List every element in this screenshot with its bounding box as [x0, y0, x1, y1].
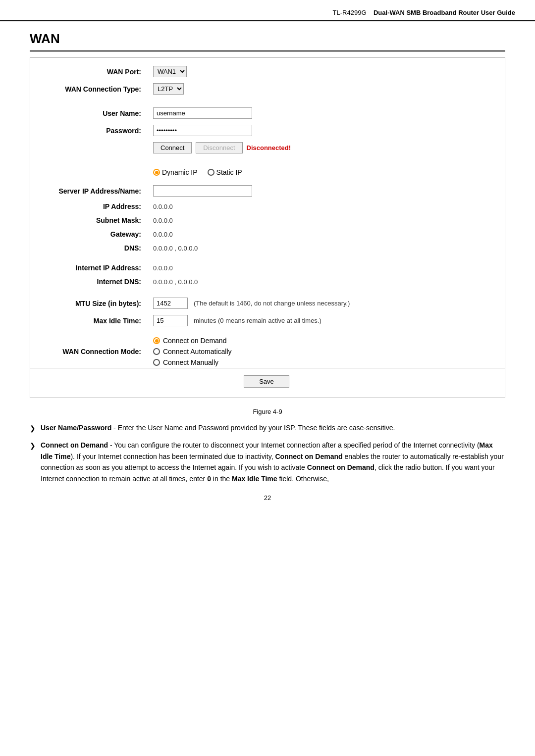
save-button[interactable]: Save — [244, 375, 289, 388]
gateway-value: 0.0.0.0 — [149, 227, 505, 241]
user-name-label: User Name: — [30, 104, 149, 122]
ip-address-row: IP Address: 0.0.0.0 — [30, 200, 505, 213]
subnet-mask-label: Subnet Mask: — [30, 213, 149, 227]
guide-title: Dual-WAN SMB Broadband Router User Guide — [374, 9, 515, 16]
internet-dns-value: 0.0.0.0 , 0.0.0.0 — [149, 275, 505, 289]
static-ip-option[interactable]: Static IP — [208, 168, 242, 176]
max-idle-label: Max Idle Time: — [30, 312, 149, 329]
dynamic-ip-radio[interactable] — [153, 169, 160, 176]
server-ip-label: Server IP Address/Name: — [30, 182, 149, 200]
section-title: WAN — [30, 31, 505, 51]
static-ip-radio[interactable] — [208, 169, 214, 176]
bullet-text-2: Connect on Demand - You can configure th… — [41, 440, 505, 484]
connect-auto-option[interactable]: Connect Automatically — [153, 348, 501, 355]
spacer-row-1 — [30, 98, 505, 104]
ip-type-cell: Dynamic IP Static IP — [149, 162, 505, 182]
connect-auto-label: Connect Automatically — [163, 348, 232, 355]
connect-button[interactable]: Connect — [153, 142, 192, 153]
static-ip-label: Static IP — [216, 168, 242, 176]
page-header: TL-R4299G Dual-WAN SMB Broadband Router … — [0, 0, 535, 21]
bullet-item-1: ❯ User Name/Password - Enter the User Na… — [30, 422, 505, 434]
wan-port-value-cell: WAN1 — [149, 63, 505, 80]
internet-ip-label: Internet IP Address: — [30, 261, 149, 275]
max-idle-input[interactable] — [153, 315, 188, 326]
save-section: Save — [30, 368, 505, 393]
gateway-row: Gateway: 0.0.0.0 — [30, 227, 505, 241]
page-number: 22 — [30, 494, 505, 502]
max-idle-row: Max Idle Time: minutes (0 means remain a… — [30, 312, 505, 329]
bullet-arrow-1: ❯ — [30, 423, 36, 434]
figure-caption: Figure 4-9 — [30, 408, 505, 415]
wan-form-table: WAN Port: WAN1 WAN Connection Type: — [30, 63, 505, 368]
bullet-text-1: User Name/Password - Enter the User Name… — [41, 422, 505, 433]
mtu-input[interactable] — [153, 298, 188, 309]
mtu-value-cell: (The default is 1460, do not change unle… — [149, 295, 505, 312]
dns-label: DNS: — [30, 241, 149, 255]
wan-mode-label: WAN Connection Mode: — [30, 335, 149, 368]
wan-form-inner: WAN Port: WAN1 WAN Connection Type: — [30, 58, 505, 398]
connect-buttons-row: Connect Disconnect Disconnected! — [30, 139, 505, 156]
ip-type-row: Dynamic IP Static IP — [30, 162, 505, 182]
dns-row: DNS: 0.0.0.0 , 0.0.0.0 — [30, 241, 505, 255]
wan-mode-row: WAN Connection Mode: Connect on Demand C… — [30, 335, 505, 368]
wan-port-select[interactable]: WAN1 — [153, 66, 187, 77]
main-content: WAN WAN Port: WAN1 — [0, 21, 535, 511]
server-ip-row: Server IP Address/Name: — [30, 182, 505, 200]
wan-mode-value-cell: Connect on Demand Connect Automatically … — [149, 335, 505, 368]
mtu-note: (The default is 1460, do not change unle… — [194, 300, 350, 307]
model-name: TL-R4299G — [333, 9, 367, 16]
ip-type-radio-group: Dynamic IP Static IP — [153, 168, 501, 176]
max-idle-note: minutes (0 means remain active at all ti… — [194, 317, 321, 324]
subnet-mask-row: Subnet Mask: 0.0.0.0 — [30, 213, 505, 227]
server-ip-input[interactable] — [153, 185, 252, 197]
mtu-row: MTU Size (in bytes): (The default is 146… — [30, 295, 505, 312]
bullet-arrow-2: ❯ — [30, 440, 36, 451]
spacer-row-2 — [30, 156, 505, 162]
wan-port-select-wrap: WAN1 — [153, 66, 501, 77]
wan-connection-type-value-cell: L2TP — [149, 80, 505, 98]
dns-value: 0.0.0.0 , 0.0.0.0 — [149, 241, 505, 255]
connect-manual-label: Connect Manually — [163, 358, 218, 366]
wan-form-frame: WAN Port: WAN1 WAN Connection Type: — [30, 57, 505, 398]
connect-manual-radio[interactable] — [153, 359, 160, 366]
user-name-row: User Name: — [30, 104, 505, 122]
internet-dns-row: Internet DNS: 0.0.0.0 , 0.0.0.0 — [30, 275, 505, 289]
wan-port-label: WAN Port: — [30, 63, 149, 80]
connect-manual-option[interactable]: Connect Manually — [153, 358, 501, 366]
connect-demand-option[interactable]: Connect on Demand — [153, 337, 501, 345]
internet-ip-row: Internet IP Address: 0.0.0.0 — [30, 261, 505, 275]
wan-connection-type-row: WAN Connection Type: L2TP — [30, 80, 505, 98]
gateway-label: Gateway: — [30, 227, 149, 241]
dynamic-ip-label: Dynamic IP — [162, 168, 198, 176]
server-ip-value-cell — [149, 182, 505, 200]
user-name-input[interactable] — [153, 107, 252, 119]
subnet-mask-value: 0.0.0.0 — [149, 213, 505, 227]
ip-address-label: IP Address: — [30, 200, 149, 213]
internet-ip-value: 0.0.0.0 — [149, 261, 505, 275]
user-name-value-cell — [149, 104, 505, 122]
ip-address-value: 0.0.0.0 — [149, 200, 505, 213]
spacer-row-5 — [30, 329, 505, 335]
bullet-item-2: ❯ Connect on Demand - You can configure … — [30, 440, 505, 484]
dynamic-ip-option[interactable]: Dynamic IP — [153, 168, 198, 176]
mtu-label: MTU Size (in bytes): — [30, 295, 149, 312]
bullet-list: ❯ User Name/Password - Enter the User Na… — [30, 422, 505, 484]
disconnect-button[interactable]: Disconnect — [196, 142, 242, 153]
disconnected-status: Disconnected! — [247, 144, 291, 151]
password-input[interactable] — [153, 125, 252, 136]
password-value-cell — [149, 122, 505, 139]
internet-dns-label: Internet DNS: — [30, 275, 149, 289]
connect-demand-radio[interactable] — [153, 337, 160, 344]
max-idle-value-cell: minutes (0 means remain active at all ti… — [149, 312, 505, 329]
wan-connection-type-label: WAN Connection Type: — [30, 80, 149, 98]
wan-port-row: WAN Port: WAN1 — [30, 63, 505, 80]
password-label: Password: — [30, 122, 149, 139]
wan-connection-type-select[interactable]: L2TP — [153, 83, 184, 95]
spacer-row-4 — [30, 289, 505, 295]
password-row: Password: — [30, 122, 505, 139]
connect-demand-label: Connect on Demand — [163, 337, 226, 345]
connect-buttons-cell: Connect Disconnect Disconnected! — [149, 139, 505, 156]
spacer-row-3 — [30, 255, 505, 261]
connect-auto-radio[interactable] — [153, 348, 160, 355]
